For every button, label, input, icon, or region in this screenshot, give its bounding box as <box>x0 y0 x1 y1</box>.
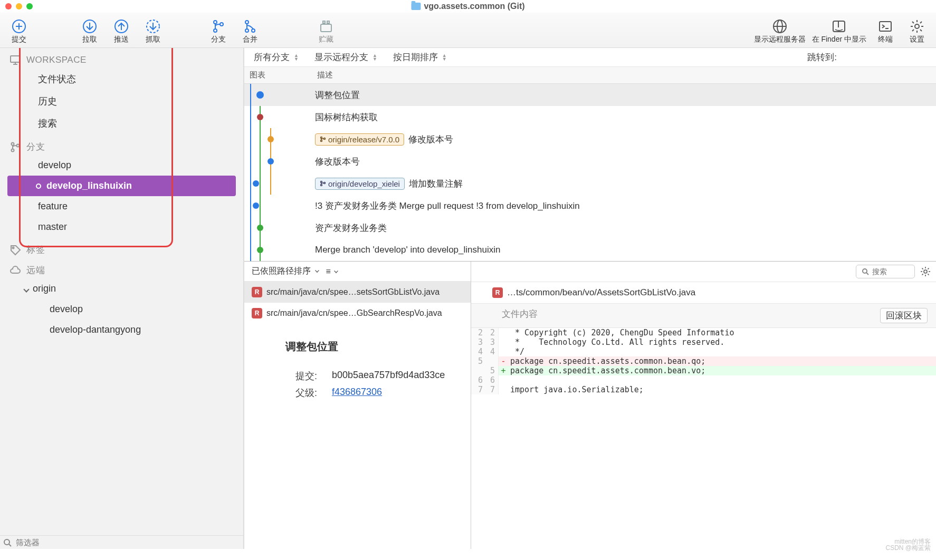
zoom-icon[interactable] <box>26 3 33 9</box>
commit-button[interactable]: 提交 <box>4 16 34 45</box>
sidebar: WORKSPACE 文件状态 历史 搜索 分支 develop develop_… <box>0 48 244 549</box>
parent-link[interactable]: f436867306 <box>332 387 382 399</box>
stash-button[interactable]: 贮藏 <box>311 16 341 45</box>
monitor-icon <box>9 54 21 66</box>
svg-point-39 <box>257 114 263 120</box>
pull-button[interactable]: 拉取 <box>75 16 104 45</box>
terminal-button[interactable]: 终端 <box>871 16 900 45</box>
sidebar-item-remote-dantangyong[interactable]: develop-dantangyong <box>5 320 238 340</box>
graph-cell <box>244 106 312 128</box>
sidebar-item-branch-master[interactable]: master <box>5 217 238 237</box>
commit-row[interactable]: origin/release/v7.0.0修改版本号 <box>244 128 936 150</box>
diff-search[interactable] <box>856 265 915 278</box>
branches-header[interactable]: 分支 <box>5 139 238 155</box>
diff-line[interactable]: 33 * Technology Co.Ltd. All rights reser… <box>471 337 936 347</box>
filter-input[interactable] <box>16 538 240 547</box>
diff-line[interactable]: 77 import java.io.Serializable; <box>471 385 936 394</box>
fetch-icon <box>146 19 160 34</box>
chevron-down-icon <box>315 268 319 273</box>
commit-message: 资产发财务业务类 <box>315 222 387 234</box>
window-title: vgo.assets.common (Git) <box>424 2 524 11</box>
finder-button[interactable]: 在 Finder 中显示 <box>810 16 868 45</box>
commit-row[interactable]: 修改版本号 <box>244 150 936 172</box>
close-icon[interactable] <box>5 3 12 9</box>
svg-point-45 <box>321 140 322 142</box>
parent-label: 父级: <box>292 387 317 399</box>
merge-button[interactable]: 合并 <box>235 16 265 45</box>
settings-button[interactable]: 设置 <box>902 16 932 45</box>
traffic-lights <box>0 3 33 9</box>
svg-line-34 <box>9 544 11 546</box>
workspace-header[interactable]: WORKSPACE <box>5 52 238 68</box>
commit-row[interactable]: !3 资产发财务业务类 Merge pull request !3 from d… <box>244 195 936 217</box>
graph-cell <box>244 128 312 150</box>
svg-rect-26 <box>11 56 20 62</box>
all-branches-select[interactable]: 所有分支▲▼ <box>254 51 299 63</box>
diff-file-header[interactable]: R…ts/common/bean/vo/AssetsSortGbListVo.j… <box>471 282 936 304</box>
graph-cell <box>244 195 312 217</box>
svg-point-33 <box>4 539 9 545</box>
push-button[interactable]: 推送 <box>107 16 136 45</box>
svg-point-36 <box>257 92 263 98</box>
file-content-label: 文件内容 <box>502 308 538 323</box>
fetch-button[interactable]: 抓取 <box>138 16 168 45</box>
titlebar: vgo.assets.common (Git) <box>0 0 936 13</box>
svg-point-30 <box>12 149 14 151</box>
finder-icon <box>832 19 846 34</box>
graph-cell <box>244 239 312 261</box>
sidebar-item-filestatus[interactable]: 文件状态 <box>5 68 238 90</box>
commit-row[interactable]: 国标树结构获取 <box>244 106 936 128</box>
graph-cell <box>244 150 312 172</box>
revert-hunk-button[interactable]: 回滚区块 <box>880 308 928 323</box>
svg-point-69 <box>924 270 927 273</box>
gear-icon <box>910 19 924 34</box>
desc-column-header[interactable]: 描述 <box>312 67 338 83</box>
gear-icon[interactable] <box>920 266 931 277</box>
branch-tag[interactable]: origin/develop_xielei <box>315 178 405 190</box>
commit-message: 国标树结构获取 <box>315 111 378 123</box>
svg-point-11 <box>220 23 223 26</box>
svg-point-12 <box>245 21 249 24</box>
file-tab-1[interactable]: Rsrc/main/java/cn/spee…setsSortGbListVo.… <box>244 282 471 303</box>
minimize-icon[interactable] <box>16 3 22 9</box>
filter-bar: 所有分支▲▼ 显示远程分支▲▼ 按日期排序▲▼ 跳转到: <box>244 48 936 67</box>
diff-line[interactable]: 5+package cn.speedit.assets.common.bean.… <box>471 366 936 375</box>
tags-header[interactable]: 标签 <box>5 242 238 258</box>
sidebar-item-branch-develop[interactable]: develop <box>5 155 238 176</box>
svg-point-63 <box>257 225 263 231</box>
branch-icon <box>9 141 21 153</box>
diff-line[interactable]: 44 */ <box>471 347 936 356</box>
commit-hash: b00b5aea757bf9d4ad33ce <box>332 370 445 382</box>
sidebar-filter[interactable] <box>0 535 243 549</box>
commit-message: 修改版本号 <box>408 133 453 146</box>
sidebar-item-branch-feature[interactable]: feature <box>5 196 238 217</box>
sort-select[interactable]: 按日期排序▲▼ <box>393 51 447 63</box>
path-sort-select[interactable]: 已依照路径排序 <box>252 266 319 277</box>
commit-hash-label: 提交: <box>292 370 317 382</box>
sidebar-item-history[interactable]: 历史 <box>5 90 238 112</box>
commit-row[interactable]: Merge branch 'develop' into develop_lins… <box>244 239 936 261</box>
commit-row[interactable]: 资产发财务业务类 <box>244 217 936 239</box>
sidebar-item-origin[interactable]: origin <box>5 278 238 299</box>
diff-search-input[interactable] <box>872 267 909 276</box>
remote-header[interactable]: 远端 <box>5 262 238 278</box>
diff-line[interactable]: 66 <box>471 375 936 385</box>
show-remote-select[interactable]: 显示远程分支▲▼ <box>314 51 377 63</box>
branch-tag[interactable]: origin/release/v7.0.0 <box>315 133 404 146</box>
svg-rect-15 <box>321 24 331 32</box>
graph-column-header[interactable]: 图表 <box>244 67 312 83</box>
commit-row[interactable]: 调整包位置 <box>244 84 936 106</box>
diff-line[interactable]: 5-package cn.speedit.assets.common.bean.… <box>471 356 936 366</box>
sidebar-item-branch-develop-linshuixin[interactable]: develop_linshuixin <box>7 176 236 196</box>
svg-point-44 <box>321 137 322 139</box>
remote-button[interactable]: 显示远程服务器 <box>752 16 808 45</box>
file-tab-2[interactable]: Rsrc/main/java/cn/spee…GbSearchRespVo.ja… <box>244 303 471 324</box>
toolbar: 提交 拉取 推送 抓取 分支 合并 贮藏 显示远程服务器 在 Finder 中显… <box>0 13 936 48</box>
view-mode-select[interactable]: ≡ <box>326 267 338 276</box>
sidebar-item-remote-develop[interactable]: develop <box>5 299 238 320</box>
sidebar-item-search[interactable]: 搜索 <box>5 112 238 134</box>
plus-icon <box>12 19 26 34</box>
branch-button[interactable]: 分支 <box>204 16 233 45</box>
commit-row[interactable]: origin/develop_xielei增加数量注解 <box>244 172 936 195</box>
diff-line[interactable]: 22 * Copyright (c) 2020, ChengDu Speed I… <box>471 328 936 337</box>
